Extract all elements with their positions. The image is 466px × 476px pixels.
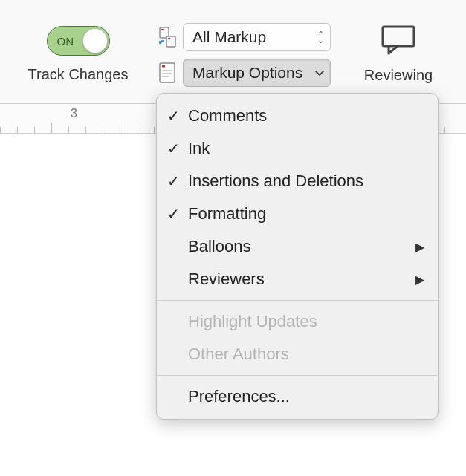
track-changes-toggle[interactable]: ON — [47, 26, 110, 56]
svg-rect-2 — [166, 36, 175, 47]
menu-item-label: Ink — [188, 139, 424, 158]
markup-display-row: All Markup ⌃⌃ — [156, 22, 331, 52]
markup-group: All Markup ⌃⌃ Markup Options — [156, 15, 331, 94]
reviewing-caption: Reviewing — [331, 67, 466, 84]
markup-options-menu: ✓ Comments ✓ Ink ✓ Insertions and Deleti… — [156, 93, 439, 420]
menu-item-label: Other Authors — [188, 345, 424, 364]
dropdown-stepper-icon: ⌃⌃ — [317, 31, 324, 43]
menu-item-label: Balloons — [188, 237, 415, 256]
menu-item-label: Preferences... — [188, 387, 424, 406]
toggle-on-text: ON — [57, 35, 74, 48]
menu-separator — [157, 375, 438, 376]
menu-item-label: Formatting — [188, 204, 424, 224]
markup-options-label: Markup Options — [192, 64, 302, 82]
menu-item-highlight-updates: Highlight Updates — [157, 305, 438, 338]
menu-item-comments[interactable]: ✓ Comments — [157, 100, 438, 132]
track-changes-caption: Track Changes — [0, 66, 156, 83]
menu-item-reviewers[interactable]: Reviewers ▶ — [157, 263, 438, 296]
ruler-number: 3 — [71, 107, 77, 120]
menu-item-insertions-deletions[interactable]: ✓ Insertions and Deletions — [157, 165, 438, 198]
submenu-arrow-icon: ▶ — [415, 240, 424, 254]
menu-item-label: Highlight Updates — [188, 312, 424, 331]
menu-separator — [157, 300, 438, 301]
submenu-arrow-icon: ▶ — [415, 273, 424, 287]
menu-item-label: Comments — [188, 106, 424, 125]
reviewing-group: Reviewing — [331, 15, 466, 84]
checkmark-icon: ✓ — [167, 140, 188, 157]
svg-rect-9 — [383, 27, 414, 46]
markup-options-button[interactable]: Markup Options — [183, 59, 331, 87]
menu-item-balloons[interactable]: Balloons ▶ — [157, 230, 438, 263]
ribbon: ON Track Changes All Markup ⌃⌃ — [0, 0, 466, 104]
menu-item-label: Reviewers — [188, 270, 415, 289]
checkmark-icon: ✓ — [167, 107, 188, 125]
markup-options-icon — [156, 61, 180, 85]
checkmark-icon: ✓ — [167, 172, 188, 190]
menu-item-ink[interactable]: ✓ Ink — [157, 132, 438, 165]
menu-item-other-authors: Other Authors — [157, 338, 438, 371]
svg-rect-1 — [161, 29, 164, 30]
menu-item-preferences[interactable]: Preferences... — [157, 380, 438, 413]
chevron-down-icon — [315, 67, 324, 79]
menu-item-formatting[interactable]: ✓ Formatting — [157, 198, 438, 230]
toggle-knob — [82, 28, 108, 53]
svg-rect-3 — [168, 38, 170, 39]
reviewing-pane-button[interactable] — [378, 24, 418, 56]
markup-display-value: All Markup — [192, 28, 266, 46]
markup-options-row: Markup Options — [156, 58, 331, 88]
markup-display-icon — [156, 25, 180, 49]
svg-rect-5 — [162, 65, 165, 68]
checkmark-icon: ✓ — [167, 205, 188, 223]
markup-display-dropdown[interactable]: All Markup ⌃⌃ — [183, 23, 331, 51]
track-changes-group: ON Track Changes — [0, 15, 156, 83]
menu-item-label: Insertions and Deletions — [188, 172, 424, 191]
